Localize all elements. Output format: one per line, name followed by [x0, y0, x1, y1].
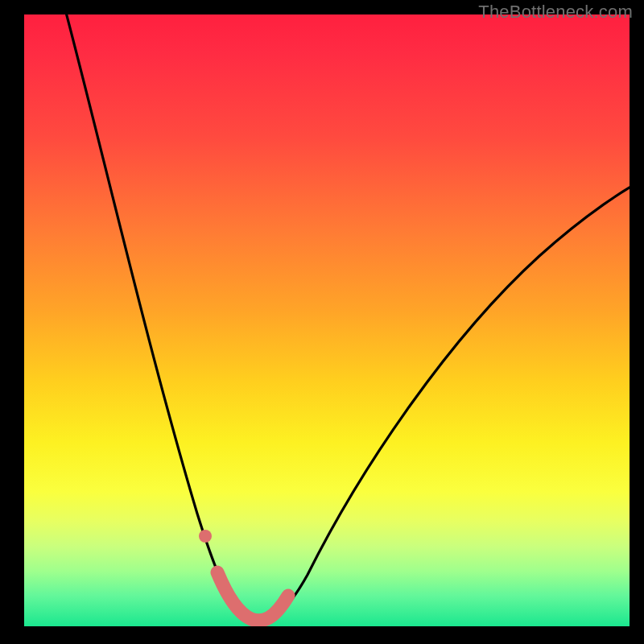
bottleneck-curve-svg	[24, 14, 630, 626]
chart-plot-area	[24, 14, 630, 626]
marker-trough-segment	[217, 572, 288, 621]
bottleneck-curve-path	[64, 14, 630, 621]
marker-left-dot	[199, 530, 212, 543]
watermark-text: TheBottleneck.com	[478, 2, 633, 23]
